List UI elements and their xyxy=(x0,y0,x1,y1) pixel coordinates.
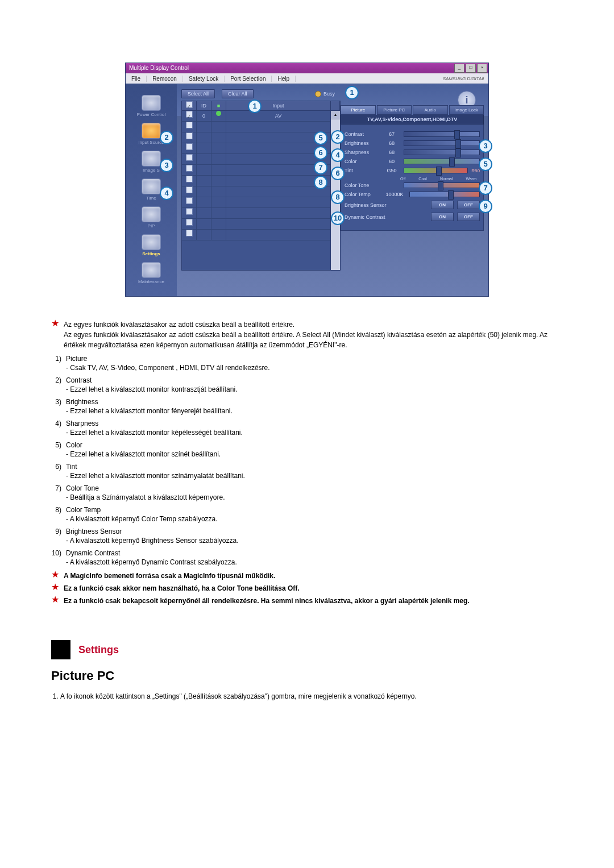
menu-safety[interactable]: Safety Lock xyxy=(183,76,225,82)
col-scroll xyxy=(331,101,340,110)
callout-7b: 7 xyxy=(479,181,492,195)
busy-indicator: Busy xyxy=(315,91,335,97)
callout-3b: 3 xyxy=(479,139,492,153)
dc-off-button[interactable]: OFF xyxy=(457,213,480,221)
brightness-slider[interactable] xyxy=(404,140,480,146)
close-button[interactable]: × xyxy=(477,64,487,73)
sidebar-maintenance[interactable]: Maintenance xyxy=(126,260,177,286)
star-note-bold: ★Ez a funkció csak bekapcsolt képernyőné… xyxy=(51,596,563,606)
menu-remocon[interactable]: Remocon xyxy=(147,76,183,82)
callout-6a: 6 xyxy=(314,146,327,160)
callout-3a: 3 xyxy=(160,159,173,172)
col-check xyxy=(182,101,197,110)
col-input: Input xyxy=(226,101,331,110)
callout-2b: 2 xyxy=(331,130,345,144)
maximize-button[interactable]: □ xyxy=(466,64,476,73)
row-color-temp: 8 Color Temp 10000K xyxy=(345,192,480,197)
section-title: Settings xyxy=(78,644,119,656)
sidebar-image[interactable]: Image S 3 xyxy=(126,148,177,175)
dc-on-button[interactable]: ON xyxy=(431,213,454,221)
row-tint: 6 Tint G50 R50 xyxy=(345,168,480,173)
select-all-button[interactable]: Select All xyxy=(181,89,215,98)
menu-file[interactable]: File xyxy=(126,76,147,82)
sidebar-settings[interactable]: Settings xyxy=(126,232,177,259)
row-color-tone: Off Cool Normal Warm Color Tone 7 xyxy=(345,182,480,188)
callout-8b: 8 xyxy=(331,190,345,204)
row-sharpness: 4 Sharpness 68 xyxy=(345,149,480,155)
header-checkbox[interactable] xyxy=(186,101,193,108)
brand-label: SAMSUNG DIGITAll xyxy=(443,76,488,81)
star-icon: ★ xyxy=(51,596,59,606)
callout-2a: 2 xyxy=(160,131,173,144)
row-dynamic-contrast: 10 Dynamic Contrast ON OFF xyxy=(345,213,480,221)
bs-off-button[interactable]: OFF xyxy=(457,201,480,209)
star-icon: ★ xyxy=(51,583,59,593)
titlebar: Multiple Display Control _ □ × xyxy=(126,63,488,73)
scroll-up-button[interactable]: ▴ xyxy=(331,111,340,119)
status-dot-icon xyxy=(216,111,221,116)
settings-icon xyxy=(142,234,161,250)
sidebar-time[interactable]: Time 4 xyxy=(126,176,177,203)
tint-slider[interactable] xyxy=(404,168,468,173)
callout-9: 9 xyxy=(479,200,492,213)
callout-1a: 1 xyxy=(248,99,262,113)
sharpness-slider[interactable] xyxy=(404,149,480,155)
sidebar-power[interactable]: Power Control xyxy=(126,93,177,119)
step-item: A fo ikonok között kattintson a „Setting… xyxy=(60,691,563,701)
display-grid-area: Select All Clear All Busy 1 ID ■ Input xyxy=(177,84,341,296)
callout-10: 10 xyxy=(331,211,345,225)
callout-6b: 6 xyxy=(331,167,345,180)
star-note-bold: ★Ez a funkció csak akkor nem használható… xyxy=(51,583,563,593)
callout-7a: 7 xyxy=(314,161,327,175)
menubar: File Remocon Safety Lock Port Selection … xyxy=(126,73,488,84)
menu-port[interactable]: Port Selection xyxy=(225,76,272,82)
steps-list: A fo ikonok között kattintson a „Setting… xyxy=(60,691,563,701)
tab-audio[interactable]: Audio xyxy=(413,105,448,115)
doc-title: Picture PC xyxy=(51,668,563,683)
sidebar-input[interactable]: Input Source 2 xyxy=(126,121,177,147)
menu-help[interactable]: Help xyxy=(272,76,296,82)
contrast-slider[interactable] xyxy=(404,131,480,137)
maintenance-icon xyxy=(142,262,161,278)
clear-all-button[interactable]: Clear All xyxy=(222,89,254,98)
image-icon xyxy=(142,151,161,167)
row-brightness-sensor: Brightness Sensor ON OFF 9 xyxy=(345,201,480,209)
row-checkbox[interactable] xyxy=(186,111,193,118)
star-icon: ★ xyxy=(51,571,59,581)
row-contrast: 2 Contrast 67 xyxy=(345,131,480,137)
callout-5a: 5 xyxy=(314,131,327,145)
color-temp-slider[interactable] xyxy=(409,192,480,197)
col-status: ■ xyxy=(211,101,226,110)
power-icon xyxy=(142,95,161,111)
tab-picture[interactable]: Picture xyxy=(341,105,376,115)
controls-area: 2 Contrast 67 Brightness 68 3 4 xyxy=(341,124,484,231)
bs-on-button[interactable]: ON xyxy=(431,201,454,209)
callout-4b: 4 xyxy=(331,148,345,162)
window-buttons: _ □ × xyxy=(454,64,488,73)
sidebar-pip[interactable]: PIP xyxy=(126,204,177,231)
screenshot-container: Multiple Display Control _ □ × File Remo… xyxy=(125,63,489,297)
section-icon xyxy=(51,640,70,659)
callout-4a: 4 xyxy=(160,186,173,200)
color-tone-slider[interactable] xyxy=(404,182,480,188)
color-slider[interactable] xyxy=(404,159,480,164)
sidebar: Power Control Input Source 2 Image S 3 T… xyxy=(126,84,177,296)
grid-row[interactable]: 0 AV xyxy=(182,111,340,122)
description-body: ★ Az egyes funkciók kiválasztásakor az a… xyxy=(51,319,563,701)
row-brightness: Brightness 68 3 xyxy=(345,140,480,146)
pip-icon xyxy=(142,206,161,222)
callout-8a: 8 xyxy=(314,176,327,189)
busy-dot-icon xyxy=(315,91,321,97)
tab-image-lock[interactable]: Image Lock xyxy=(449,105,484,115)
input-icon xyxy=(142,123,161,139)
app-window: Multiple Display Control _ □ × File Remo… xyxy=(125,63,489,297)
callout-1b: 1 xyxy=(345,86,359,99)
row-color: Color 60 5 xyxy=(345,159,480,164)
star-note-bold: ★A MagicInfo bemeneti forrása csak a Mag… xyxy=(51,571,563,581)
right-panel: 1 Picture Picture PC Audio Image Lock TV… xyxy=(341,84,488,296)
numbered-list: 1)Picture- Csak TV, AV, S-Video, Compone… xyxy=(51,355,563,566)
star-note: ★ Az egyes funkciók kiválasztásakor az a… xyxy=(51,319,563,350)
minimize-button[interactable]: _ xyxy=(454,64,464,73)
col-id: ID xyxy=(197,101,211,110)
tab-picture-pc[interactable]: Picture PC xyxy=(377,105,412,115)
